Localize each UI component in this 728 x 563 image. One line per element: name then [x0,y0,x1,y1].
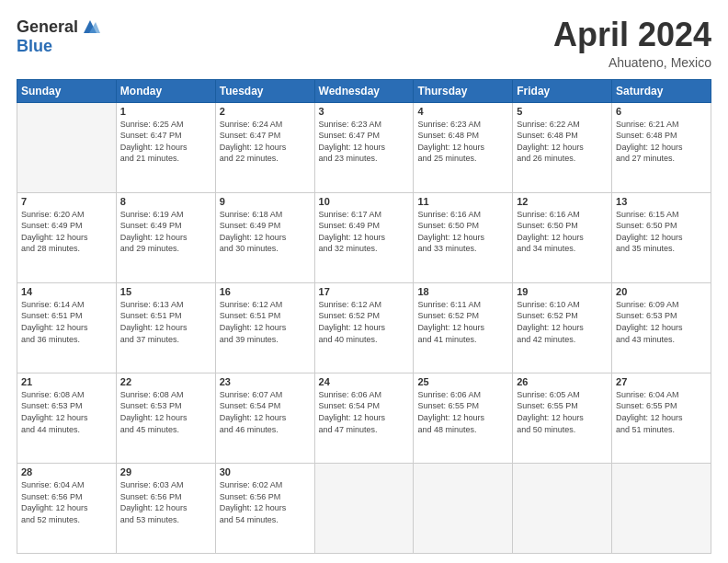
day-info: Sunrise: 6:16 AM Sunset: 6:50 PM Dayligh… [517,209,608,255]
calendar-cell [513,463,612,553]
day-number: 3 [319,106,410,117]
calendar-cell: 4Sunrise: 6:23 AM Sunset: 6:48 PM Daylig… [414,102,513,192]
location-title: Ahuateno, Mexico [553,55,711,70]
calendar-cell: 25Sunrise: 6:06 AM Sunset: 6:55 PM Dayli… [414,373,513,463]
calendar-cell: 16Sunrise: 6:12 AM Sunset: 6:51 PM Dayli… [215,282,314,373]
calendar-cell: 12Sunrise: 6:16 AM Sunset: 6:50 PM Dayli… [513,192,612,282]
logo-blue-text: Blue [17,37,52,56]
calendar-cell: 27Sunrise: 6:04 AM Sunset: 6:55 PM Dayli… [612,373,711,463]
day-number: 1 [120,106,211,117]
day-info: Sunrise: 6:03 AM Sunset: 6:56 PM Dayligh… [120,479,211,525]
header: General Blue April 2024 Ahuateno, Mexico [17,17,711,70]
month-title: April 2024 [553,17,711,53]
day-info: Sunrise: 6:23 AM Sunset: 6:47 PM Dayligh… [319,119,410,165]
page: General Blue April 2024 Ahuateno, Mexico… [0,0,728,563]
logo-general-text: General [17,17,78,37]
calendar-cell: 9Sunrise: 6:18 AM Sunset: 6:49 PM Daylig… [215,192,314,282]
day-info: Sunrise: 6:06 AM Sunset: 6:54 PM Dayligh… [319,389,410,435]
day-number: 12 [517,196,608,207]
calendar-cell: 22Sunrise: 6:08 AM Sunset: 6:53 PM Dayli… [116,373,215,463]
day-info: Sunrise: 6:04 AM Sunset: 6:55 PM Dayligh… [616,389,707,435]
calendar-cell [314,463,414,553]
day-info: Sunrise: 6:11 AM Sunset: 6:52 PM Dayligh… [417,299,508,345]
calendar-cell: 18Sunrise: 6:11 AM Sunset: 6:52 PM Dayli… [414,282,513,373]
day-number: 9 [220,196,311,207]
day-info: Sunrise: 6:12 AM Sunset: 6:52 PM Dayligh… [319,299,410,345]
calendar-table: SundayMondayTuesdayWednesdayThursdayFrid… [17,79,711,554]
header-cell-monday: Monday [116,79,215,102]
day-number: 11 [417,196,508,207]
title-block: April 2024 Ahuateno, Mexico [553,17,711,70]
day-info: Sunrise: 6:21 AM Sunset: 6:48 PM Dayligh… [616,119,707,165]
header-cell-thursday: Thursday [414,79,513,102]
day-number: 27 [616,376,707,387]
day-number: 10 [319,196,410,207]
calendar-cell: 11Sunrise: 6:16 AM Sunset: 6:50 PM Dayli… [414,192,513,282]
day-number: 8 [120,196,211,207]
day-number: 20 [616,286,707,297]
day-number: 28 [21,466,112,477]
day-info: Sunrise: 6:08 AM Sunset: 6:53 PM Dayligh… [120,389,211,435]
day-info: Sunrise: 6:25 AM Sunset: 6:47 PM Dayligh… [120,119,211,165]
day-info: Sunrise: 6:04 AM Sunset: 6:56 PM Dayligh… [21,479,112,525]
calendar-cell: 3Sunrise: 6:23 AM Sunset: 6:47 PM Daylig… [314,102,414,192]
calendar-cell [612,463,711,553]
day-number: 2 [220,106,311,117]
calendar-cell: 24Sunrise: 6:06 AM Sunset: 6:54 PM Dayli… [314,373,414,463]
calendar-cell: 5Sunrise: 6:22 AM Sunset: 6:48 PM Daylig… [513,102,612,192]
calendar-week-row: 1Sunrise: 6:25 AM Sunset: 6:47 PM Daylig… [17,102,711,192]
day-number: 22 [120,376,211,387]
calendar-cell: 17Sunrise: 6:12 AM Sunset: 6:52 PM Dayli… [314,282,414,373]
logo-icon [80,17,100,37]
day-number: 16 [220,286,311,297]
calendar-cell: 14Sunrise: 6:14 AM Sunset: 6:51 PM Dayli… [17,282,117,373]
calendar-cell: 10Sunrise: 6:17 AM Sunset: 6:49 PM Dayli… [314,192,414,282]
day-info: Sunrise: 6:22 AM Sunset: 6:48 PM Dayligh… [517,119,608,165]
day-info: Sunrise: 6:10 AM Sunset: 6:52 PM Dayligh… [517,299,608,345]
calendar-header-row: SundayMondayTuesdayWednesdayThursdayFrid… [17,79,711,102]
calendar-cell: 19Sunrise: 6:10 AM Sunset: 6:52 PM Dayli… [513,282,612,373]
day-number: 18 [417,286,508,297]
day-info: Sunrise: 6:15 AM Sunset: 6:50 PM Dayligh… [616,209,707,255]
day-info: Sunrise: 6:02 AM Sunset: 6:56 PM Dayligh… [220,479,311,525]
calendar-week-row: 7Sunrise: 6:20 AM Sunset: 6:49 PM Daylig… [17,192,711,282]
calendar-cell: 1Sunrise: 6:25 AM Sunset: 6:47 PM Daylig… [116,102,215,192]
calendar-cell: 21Sunrise: 6:08 AM Sunset: 6:53 PM Dayli… [17,373,117,463]
calendar-cell: 15Sunrise: 6:13 AM Sunset: 6:51 PM Dayli… [116,282,215,373]
header-cell-saturday: Saturday [612,79,711,102]
logo: General Blue [17,17,100,56]
day-info: Sunrise: 6:23 AM Sunset: 6:48 PM Dayligh… [417,119,508,165]
day-number: 15 [120,286,211,297]
day-number: 29 [120,466,211,477]
calendar-cell: 29Sunrise: 6:03 AM Sunset: 6:56 PM Dayli… [116,463,215,553]
day-number: 4 [417,106,508,117]
calendar-cell: 23Sunrise: 6:07 AM Sunset: 6:54 PM Dayli… [215,373,314,463]
day-number: 19 [517,286,608,297]
calendar-cell: 20Sunrise: 6:09 AM Sunset: 6:53 PM Dayli… [612,282,711,373]
day-info: Sunrise: 6:05 AM Sunset: 6:55 PM Dayligh… [517,389,608,435]
day-number: 21 [21,376,112,387]
calendar-cell: 26Sunrise: 6:05 AM Sunset: 6:55 PM Dayli… [513,373,612,463]
day-info: Sunrise: 6:17 AM Sunset: 6:49 PM Dayligh… [319,209,410,255]
day-number: 30 [220,466,311,477]
calendar-cell [414,463,513,553]
calendar-week-row: 21Sunrise: 6:08 AM Sunset: 6:53 PM Dayli… [17,373,711,463]
calendar-cell: 2Sunrise: 6:24 AM Sunset: 6:47 PM Daylig… [215,102,314,192]
day-info: Sunrise: 6:18 AM Sunset: 6:49 PM Dayligh… [220,209,311,255]
day-info: Sunrise: 6:16 AM Sunset: 6:50 PM Dayligh… [417,209,508,255]
day-info: Sunrise: 6:08 AM Sunset: 6:53 PM Dayligh… [21,389,112,435]
calendar-cell: 7Sunrise: 6:20 AM Sunset: 6:49 PM Daylig… [17,192,117,282]
header-cell-wednesday: Wednesday [314,79,414,102]
day-number: 6 [616,106,707,117]
day-info: Sunrise: 6:07 AM Sunset: 6:54 PM Dayligh… [220,389,311,435]
day-info: Sunrise: 6:24 AM Sunset: 6:47 PM Dayligh… [220,119,311,165]
header-cell-sunday: Sunday [17,79,117,102]
header-cell-friday: Friday [513,79,612,102]
header-cell-tuesday: Tuesday [215,79,314,102]
day-number: 23 [220,376,311,387]
calendar-cell [17,102,117,192]
day-number: 14 [21,286,112,297]
day-info: Sunrise: 6:09 AM Sunset: 6:53 PM Dayligh… [616,299,707,345]
day-number: 17 [319,286,410,297]
day-info: Sunrise: 6:20 AM Sunset: 6:49 PM Dayligh… [21,209,112,255]
